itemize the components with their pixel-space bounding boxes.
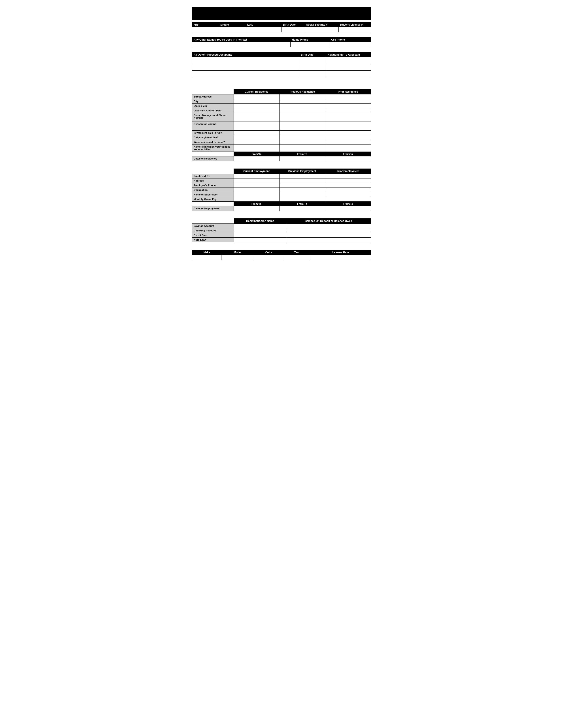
employed-by-prior[interactable]	[325, 174, 371, 178]
owner-manager-current[interactable]	[234, 113, 279, 122]
birth-date-input[interactable]	[282, 27, 305, 32]
year-input[interactable]	[284, 255, 310, 260]
model-header: Model	[221, 250, 254, 255]
ssn-header: Social Security #	[305, 22, 339, 27]
occupants-input-2[interactable]	[192, 64, 300, 71]
reason-leaving-current[interactable]	[234, 122, 279, 131]
checking-balance[interactable]	[286, 228, 371, 233]
city-previous[interactable]	[279, 99, 325, 104]
employed-by-previous[interactable]	[279, 174, 325, 178]
other-names-input[interactable]	[192, 42, 291, 47]
street-address-previous[interactable]	[279, 94, 325, 99]
city-label: City	[192, 99, 234, 104]
supervisor-name-prior[interactable]	[325, 192, 371, 197]
occupation-current[interactable]	[233, 188, 279, 192]
give-notice-label: Did you give notice?	[192, 135, 234, 140]
first-name-input[interactable]	[192, 27, 219, 32]
state-zip-previous[interactable]	[279, 104, 325, 108]
occupant-birthdate-input[interactable]	[300, 57, 326, 64]
dates-employment-prior[interactable]	[325, 206, 371, 211]
rent-paid-full-previous[interactable]	[279, 131, 325, 135]
credit-card-balance[interactable]	[286, 233, 371, 238]
dates-residency-current[interactable]	[234, 156, 279, 161]
dates-residency-label: Dates of Residency	[192, 156, 234, 161]
last-rent-prior[interactable]	[325, 108, 371, 113]
occupation-prior[interactable]	[325, 188, 371, 192]
asked-to-move-prior[interactable]	[325, 140, 371, 144]
rent-paid-full-prior[interactable]	[325, 131, 371, 135]
utilities-name-previous[interactable]	[279, 144, 325, 152]
color-input[interactable]	[254, 255, 284, 260]
owner-manager-previous[interactable]	[279, 113, 325, 122]
last-rent-previous[interactable]	[279, 108, 325, 113]
last-name-input[interactable]	[246, 27, 282, 32]
employer-phone-current[interactable]	[233, 183, 279, 188]
first-name-header: First	[192, 22, 219, 27]
checking-bank-name[interactable]	[234, 228, 287, 233]
make-input[interactable]	[192, 255, 221, 260]
color-header: Color	[254, 250, 284, 255]
give-notice-prior[interactable]	[325, 135, 371, 140]
monthly-gross-pay-current[interactable]	[233, 197, 279, 202]
relationship-input-2[interactable]	[326, 64, 371, 71]
asked-to-move-previous[interactable]	[279, 140, 325, 144]
year-header: Year	[284, 250, 310, 255]
dates-residency-previous[interactable]	[279, 156, 325, 161]
monthly-gross-pay-prior[interactable]	[325, 197, 371, 202]
street-address-label: Street Address	[192, 94, 234, 99]
monthly-gross-pay-previous[interactable]	[279, 197, 325, 202]
employer-address-current[interactable]	[233, 178, 279, 183]
license-plate-header: License Plate	[310, 250, 371, 255]
city-current[interactable]	[234, 99, 279, 104]
dates-employment-current[interactable]	[233, 206, 279, 211]
state-zip-prior[interactable]	[325, 104, 371, 108]
other-names-header: Any Other Names You've Used In The Past	[192, 37, 291, 42]
dates-employment-previous[interactable]	[279, 206, 325, 211]
employer-phone-previous[interactable]	[279, 183, 325, 188]
employed-by-current[interactable]	[233, 174, 279, 178]
asked-to-move-current[interactable]	[234, 140, 279, 144]
employer-address-previous[interactable]	[279, 178, 325, 183]
model-input[interactable]	[221, 255, 254, 260]
owner-manager-label: Owner/Manager and Phone Number	[192, 113, 234, 122]
owner-manager-prior[interactable]	[325, 113, 371, 122]
home-phone-header: Home Phone	[290, 37, 330, 42]
drivers-license-input[interactable]	[339, 27, 371, 32]
savings-balance[interactable]	[286, 224, 371, 228]
relationship-input-3[interactable]	[326, 71, 371, 77]
state-zip-current[interactable]	[234, 104, 279, 108]
supervisor-name-previous[interactable]	[279, 192, 325, 197]
reason-leaving-prior[interactable]	[325, 122, 371, 131]
employer-phone-prior[interactable]	[325, 183, 371, 188]
give-notice-current[interactable]	[234, 135, 279, 140]
last-rent-current[interactable]	[234, 108, 279, 113]
supervisor-name-current[interactable]	[233, 192, 279, 197]
give-notice-previous[interactable]	[279, 135, 325, 140]
drivers-license-header: Driver's License #	[339, 22, 371, 27]
occupants-input-3[interactable]	[192, 71, 300, 77]
dates-residency-prior[interactable]	[325, 156, 371, 161]
auto-loan-balance[interactable]	[286, 238, 371, 242]
reason-leaving-previous[interactable]	[279, 122, 325, 131]
relationship-input[interactable]	[326, 57, 371, 64]
street-address-current[interactable]	[234, 94, 279, 99]
occupants-input[interactable]	[192, 57, 300, 64]
auto-loan-bank-name[interactable]	[234, 238, 287, 242]
utilities-name-prior[interactable]	[325, 144, 371, 152]
employer-address-prior[interactable]	[325, 178, 371, 183]
cell-phone-input[interactable]	[330, 42, 371, 47]
home-phone-input[interactable]	[290, 42, 330, 47]
savings-bank-name[interactable]	[234, 224, 287, 228]
occupant-birthdate-input-2[interactable]	[300, 64, 326, 71]
rent-paid-full-current[interactable]	[234, 131, 279, 135]
middle-name-input[interactable]	[219, 27, 246, 32]
occupant-birthdate-input-3[interactable]	[300, 71, 326, 77]
city-prior[interactable]	[325, 99, 371, 104]
utilities-name-current[interactable]	[234, 144, 279, 152]
credit-card-bank-name[interactable]	[234, 233, 287, 238]
occupation-previous[interactable]	[279, 188, 325, 192]
street-address-prior[interactable]	[325, 94, 371, 99]
license-plate-input[interactable]	[310, 255, 371, 260]
ssn-input[interactable]	[305, 27, 339, 32]
name-table: First Middle Last Birth Date Social Secu…	[192, 22, 371, 32]
